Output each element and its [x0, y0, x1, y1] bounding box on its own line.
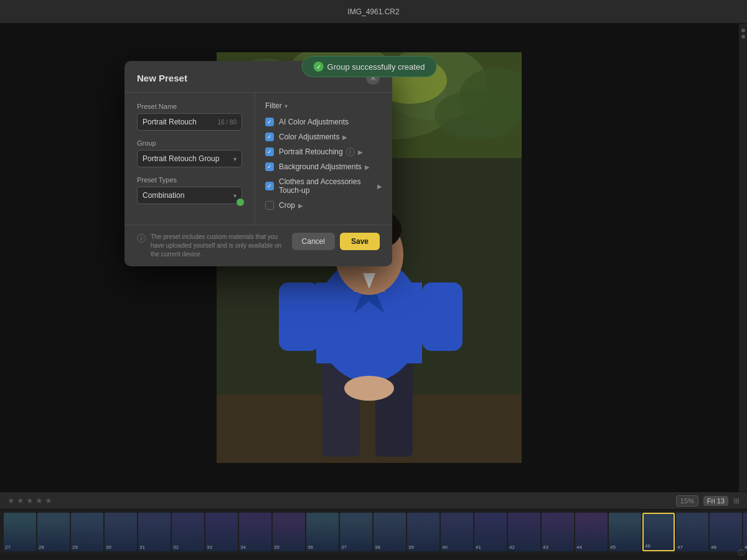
preset-name-label: Preset Name	[137, 103, 242, 110]
checkbox-crop[interactable]	[265, 201, 274, 210]
thumbnail-41[interactable]: 41	[474, 513, 507, 551]
filter-header: Filter ▾	[265, 101, 382, 110]
checkbox-color-adj[interactable]: ✓	[265, 133, 274, 141]
thumbnail-48[interactable]: 48	[710, 513, 742, 551]
group-select[interactable]: Portrait Retouch Group ▾	[137, 150, 242, 167]
filter-chevron-icon: ▾	[284, 103, 288, 110]
star-4[interactable]: ★	[35, 496, 43, 505]
thumb-num-43: 43	[543, 544, 548, 550]
preset-name-input[interactable]: Portrait Retouch 16 / 80	[137, 113, 242, 131]
filmstrip-thumbs: 2728293031323334353637383940414243444546…	[4, 513, 747, 551]
checkbox-ai-color[interactable]: ✓	[265, 118, 274, 126]
bottom-right-controls: 15% Fri 13 ⊞	[676, 495, 740, 506]
thumbnail-36[interactable]: 36	[306, 513, 339, 551]
right-sidebar	[738, 24, 747, 492]
sidebar-dot-2	[741, 35, 745, 39]
toast-check-icon: ✓	[314, 62, 324, 72]
checkbox-item-color-adj[interactable]: ✓Color Adjustments▶	[265, 133, 382, 141]
checkbox-item-crop[interactable]: Crop▶	[265, 201, 382, 210]
thumbnail-27[interactable]: 27	[4, 513, 36, 551]
expand-arrow-color-adj[interactable]: ▶	[342, 134, 347, 141]
thumbnail-34[interactable]: 34	[239, 513, 271, 551]
thumb-num-40: 40	[442, 544, 448, 550]
thumb-num-37: 37	[341, 544, 347, 550]
zoom-value[interactable]: 15%	[676, 495, 698, 506]
star-3[interactable]: ★	[26, 496, 34, 505]
star-5[interactable]: ★	[45, 496, 52, 505]
checkbox-clothes[interactable]: ✓	[265, 182, 274, 190]
main-area: ✓ Group successfully created New Preset …	[0, 24, 747, 492]
info-bottom-icon: ⓘ	[738, 548, 745, 554]
checkbox-label-crop: Crop▶	[279, 201, 303, 210]
checkbox-portrait-retouch[interactable]: ✓	[265, 147, 274, 156]
thumb-num-44: 44	[576, 544, 582, 550]
checkbox-item-bg-adj[interactable]: ✓Background Adjustments▶	[265, 162, 382, 171]
thumbnail-40[interactable]: 40	[441, 513, 473, 551]
thumbnail-44[interactable]: 44	[575, 513, 608, 551]
sidebar-dot-1	[741, 29, 745, 32]
checkboxes-container: ✓AI Color Adjustments✓Color Adjustments▶…	[265, 118, 382, 210]
filter-label: Filter	[265, 101, 282, 110]
thumb-num-49: 49	[745, 544, 747, 550]
preset-types-label: Preset Types	[137, 176, 242, 184]
top-bar: IMG_4961.CR2	[0, 0, 747, 24]
thumb-num-33: 33	[207, 544, 212, 550]
group-value: Portrait Retouch Group	[143, 154, 219, 163]
thumbnail-28[interactable]: 28	[37, 513, 70, 551]
thumbnail-30[interactable]: 30	[105, 513, 137, 551]
footer-buttons: Cancel Save	[292, 233, 380, 250]
thumbnail-31[interactable]: 31	[138, 513, 171, 551]
checkbox-item-portrait-retouch[interactable]: ✓Portrait Retouchingi▶	[265, 147, 382, 156]
toast-message: Group successfully created	[327, 62, 425, 72]
thumb-num-31: 31	[139, 544, 145, 550]
checkbox-label-clothes: Clothes and Accessories Touch-up▶	[279, 177, 382, 195]
thumb-num-38: 38	[375, 544, 380, 550]
thumb-num-29: 29	[72, 544, 78, 550]
thumb-num-32: 32	[173, 544, 179, 550]
thumb-num-35: 35	[274, 544, 280, 550]
preset-types-select[interactable]: Combination ▾	[137, 187, 242, 204]
thumbnail-42[interactable]: 42	[508, 513, 540, 551]
checkbox-label-ai-color: AI Color Adjustments	[279, 118, 349, 126]
thumbnail-33[interactable]: 33	[205, 513, 238, 551]
thumbnail-38[interactable]: 38	[374, 513, 406, 551]
expand-icon[interactable]: ⊞	[733, 497, 740, 505]
footer-info-icon: i	[137, 234, 146, 243]
date-day: Fri	[707, 497, 715, 505]
thumbnail-46[interactable]: 46	[642, 513, 675, 551]
thumbnail-47[interactable]: 47	[676, 513, 708, 551]
expand-arrow-bg-adj[interactable]: ▶	[365, 164, 370, 170]
thumb-num-48: 48	[711, 544, 716, 550]
star-2[interactable]: ★	[17, 496, 24, 505]
thumbnail-49[interactable]: 49	[743, 513, 747, 551]
checkbox-item-clothes[interactable]: ✓Clothes and Accessories Touch-up▶	[265, 177, 382, 195]
star-rating[interactable]: ★ ★ ★ ★ ★	[7, 496, 52, 505]
thumbnail-45[interactable]: 45	[609, 513, 641, 551]
thumbnail-32[interactable]: 32	[172, 513, 204, 551]
dialog-right-panel: Filter ▾ ✓AI Color Adjustments✓Color Adj…	[255, 93, 392, 225]
preset-types-chevron-icon: ▾	[233, 192, 237, 199]
cancel-button[interactable]: Cancel	[292, 233, 335, 250]
filename-title: IMG_4961.CR2	[347, 7, 399, 16]
thumbnail-29[interactable]: 29	[71, 513, 103, 551]
thumbnail-37[interactable]: 37	[340, 513, 372, 551]
thumbnail-39[interactable]: 39	[407, 513, 439, 551]
checkbox-item-ai-color[interactable]: ✓AI Color Adjustments	[265, 118, 382, 126]
dialog-left-panel: Preset Name Portrait Retouch 16 / 80 Gro…	[125, 93, 255, 225]
save-button[interactable]: Save	[340, 233, 380, 250]
svg-rect-19	[279, 282, 319, 351]
preset-types-group: Preset Types Combination ▾	[137, 176, 242, 204]
cursor-indicator	[237, 198, 244, 206]
dialog-body: Preset Name Portrait Retouch 16 / 80 Gro…	[125, 93, 392, 225]
filmstrip-controls: ★ ★ ★ ★ ★ 15% Fri 13 ⊞	[0, 492, 747, 509]
svg-rect-12	[217, 394, 522, 463]
thumbnail-43[interactable]: 43	[542, 513, 574, 551]
checkbox-bg-adj[interactable]: ✓	[265, 162, 274, 171]
expand-arrow-portrait-retouch[interactable]: ▶	[358, 149, 363, 156]
thumbnail-35[interactable]: 35	[273, 513, 305, 551]
expand-arrow-crop[interactable]: ▶	[298, 202, 303, 209]
expand-arrow-clothes[interactable]: ▶	[377, 183, 382, 190]
thumb-num-47: 47	[677, 544, 683, 550]
svg-rect-20	[422, 282, 463, 351]
star-1[interactable]: ★	[7, 496, 15, 505]
